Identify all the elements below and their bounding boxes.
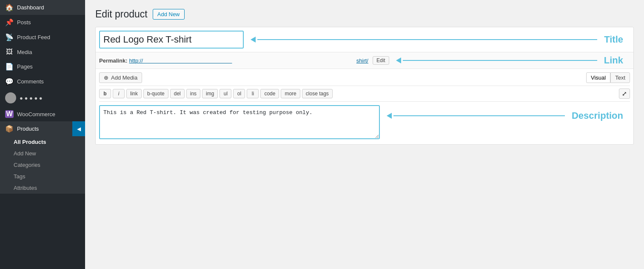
sidebar-item-label: Products — [17, 126, 39, 132]
fmt-italic[interactable]: i — [113, 89, 125, 98]
user-avatar-row: ● ● ● ● ● — [0, 89, 85, 107]
fmt-del[interactable]: del — [170, 89, 185, 98]
permalink-end: shirt/ — [356, 57, 368, 64]
media-plus-icon: ⊕ — [104, 74, 108, 81]
sidebar-item-media[interactable]: 🖼 Media — [0, 45, 85, 59]
add-new-button[interactable]: Add New — [153, 9, 185, 20]
permalink-arrow-line — [403, 60, 597, 61]
user-name: ● ● ● ● ● — [20, 95, 43, 101]
link-annotation: Link — [604, 55, 623, 66]
fmt-ul[interactable]: ul — [219, 89, 231, 98]
sidebar-item-products[interactable]: 📦 Products ◀ — [0, 121, 85, 136]
title-section: Title — [96, 27, 633, 52]
page-header: Edit product Add New — [95, 9, 634, 20]
fmt-ins[interactable]: ins — [186, 89, 200, 98]
permalink-arrow-area: Link — [389, 55, 630, 66]
sidebar-item-label: Media — [17, 49, 32, 55]
description-row: This is a Red T-shirt. It was created fo… — [99, 105, 630, 141]
sidebar-item-label: WooCommerce — [17, 111, 55, 117]
sidebar-sub-item-tags[interactable]: Tags — [0, 171, 85, 182]
title-annotation: Title — [604, 34, 623, 45]
fmt-code[interactable]: code — [260, 89, 279, 98]
sidebar-sub-item-categories[interactable]: Categories — [0, 159, 85, 171]
sidebar-item-posts[interactable]: 📌 Posts — [0, 15, 85, 30]
sidebar-sub-item-add-new[interactable]: Add New — [0, 148, 85, 159]
sidebar-item-label: Pages — [17, 63, 33, 70]
fmt-bquote[interactable]: b-quote — [143, 89, 168, 98]
tab-text[interactable]: Text — [610, 72, 630, 83]
tab-visual[interactable]: Visual — [586, 72, 610, 83]
products-submenu: All Products Add New Categories Tags Att… — [0, 136, 85, 194]
fmt-bold[interactable]: b — [99, 89, 111, 98]
media-icon: 🖼 — [5, 48, 14, 56]
title-arrow-area: Title — [244, 34, 630, 45]
woocommerce-icon: W — [5, 110, 14, 118]
add-media-button[interactable]: ⊕ Add Media — [99, 72, 142, 83]
permalink-bar: Permalink: http:// shirt/ Edit Link — [96, 52, 633, 69]
main-content: Edit product Add New Title Permalink: ht… — [85, 0, 644, 269]
sidebar: 🏠 Dashboard 📌 Posts 📡 Product Feed 🖼 Med… — [0, 0, 85, 269]
sidebar-item-label: Product Feed — [17, 34, 50, 40]
sidebar-sub-item-attributes[interactable]: Attributes — [0, 182, 85, 194]
sidebar-item-pages[interactable]: 📄 Pages — [0, 59, 85, 74]
posts-icon: 📌 — [5, 18, 14, 26]
description-annotation-area: Description — [380, 105, 630, 126]
fmt-close-tags[interactable]: close tags — [302, 89, 333, 98]
sidebar-item-product-feed[interactable]: 📡 Product Feed — [0, 30, 85, 45]
editor-topbar: ⊕ Add Media Visual Text — [99, 72, 630, 83]
permalink-url[interactable]: http:// — [129, 57, 356, 64]
sidebar-item-woocommerce[interactable]: W WooCommerce — [0, 107, 85, 121]
description-annotation: Description — [572, 110, 623, 121]
title-arrow-line — [257, 39, 597, 40]
dashboard-icon: 🏠 — [5, 3, 14, 11]
editor-area: ⊕ Add Media Visual Text b i link b-quote… — [96, 69, 633, 144]
edit-area: Title Permalink: http:// shirt/ Edit Lin… — [95, 27, 634, 145]
sidebar-item-label: Dashboard — [17, 4, 44, 11]
permalink-arrow-head — [396, 57, 401, 63]
description-arrow-head — [387, 113, 392, 119]
add-media-label: Add Media — [111, 74, 137, 81]
page-title: Edit product — [95, 9, 148, 20]
fmt-img[interactable]: img — [202, 89, 218, 98]
sidebar-item-label: Comments — [17, 78, 44, 85]
fmt-link[interactable]: link — [126, 89, 142, 98]
sidebar-item-label: Posts — [17, 19, 31, 26]
description-arrow-line — [393, 115, 565, 116]
product-feed-icon: 📡 — [5, 33, 14, 41]
sidebar-sub-item-all-products[interactable]: All Products — [0, 136, 85, 148]
fmt-more[interactable]: more — [281, 89, 300, 98]
permalink-edit-button[interactable]: Edit — [373, 56, 389, 65]
format-toolbar: b i link b-quote del ins img ul ol li co… — [99, 86, 630, 102]
fmt-li[interactable]: li — [247, 89, 259, 98]
pages-icon: 📄 — [5, 63, 14, 71]
title-arrow-head — [251, 37, 256, 43]
description-input-wrap: This is a Red T-shirt. It was created fo… — [99, 105, 380, 141]
sidebar-item-dashboard[interactable]: 🏠 Dashboard — [0, 0, 85, 15]
fmt-ol[interactable]: ol — [233, 89, 245, 98]
products-icon: 📦 — [5, 125, 14, 133]
avatar — [5, 92, 16, 103]
permalink-label: Permalink: — [99, 57, 127, 64]
description-textarea[interactable]: This is a Red T-shirt. It was created fo… — [99, 105, 380, 139]
view-tabs: Visual Text — [586, 72, 630, 83]
expand-editor-button[interactable]: ⤢ — [619, 89, 630, 99]
products-collapse-arrow[interactable]: ◀ — [72, 121, 85, 136]
title-input[interactable] — [99, 31, 244, 49]
sidebar-item-comments[interactable]: 💬 Comments — [0, 74, 85, 89]
comments-icon: 💬 — [5, 77, 14, 86]
